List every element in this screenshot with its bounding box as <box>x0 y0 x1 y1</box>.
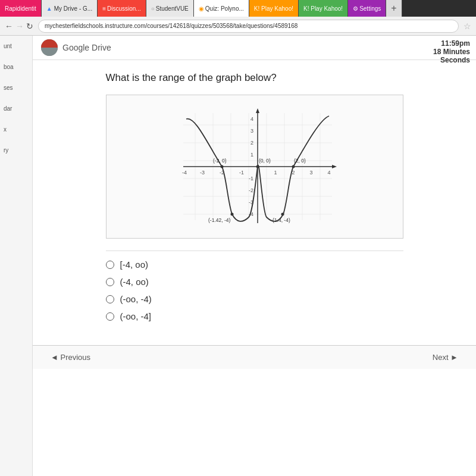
choice-b[interactable]: (-4, oo) <box>106 277 403 287</box>
tab-discussion[interactable]: ≡ Discussion... <box>98 0 146 17</box>
timer-time: 11:59pm <box>433 39 470 48</box>
graph-svg: -4 -3 -2 -1 1 2 3 4 4 3 2 1 -1 <box>171 101 338 232</box>
svg-text:2: 2 <box>250 140 253 146</box>
svg-text:1: 1 <box>274 170 277 176</box>
sidebar-item-dar[interactable]: dar <box>0 104 15 113</box>
svg-text:(-1.42, -4): (-1.42, -4) <box>208 217 230 223</box>
forward-arrow[interactable]: → <box>15 21 24 31</box>
radio-b[interactable] <box>106 278 114 286</box>
tab-rapididentit[interactable]: Rapididentit <box>0 0 42 17</box>
browser-tabs: Rapididentit ▲ My Drive - G... ≡ Discuss… <box>0 0 476 17</box>
quiz-panel: Google Drive 11:59pm 18 Minutes Seconds … <box>33 36 476 476</box>
tab-new[interactable]: + <box>386 0 402 17</box>
svg-text:3: 3 <box>309 170 312 176</box>
graph-container: -4 -3 -2 -1 1 2 3 4 4 3 2 1 -1 <box>106 95 403 239</box>
svg-marker-17 <box>256 108 259 113</box>
tab-kahoot2[interactable]: K! Play Kahoo! <box>299 0 348 17</box>
address-input[interactable] <box>38 20 459 33</box>
tab-kahoot1[interactable]: K! Play Kahoo! <box>249 0 299 17</box>
sidebar-item-x[interactable]: x <box>0 125 10 134</box>
choice-d[interactable]: (-oo, -4] <box>106 311 403 321</box>
svg-point-34 <box>220 165 223 168</box>
left-sidebar: unt boa ses dar x ry <box>0 36 33 476</box>
svg-marker-16 <box>332 165 337 168</box>
choice-c[interactable]: (-oo, -4) <box>106 294 403 304</box>
svg-text:(1.4, -4): (1.4, -4) <box>273 217 290 223</box>
nav-buttons: ◄ Previous Next ► <box>33 345 476 369</box>
timer-minutes: 18 Minutes <box>433 48 470 56</box>
sidebar-item-unt[interactable]: unt <box>0 42 15 51</box>
svg-text:4: 4 <box>327 170 330 176</box>
svg-text:-2: -2 <box>248 187 253 193</box>
choice-c-label: (-oo, -4) <box>120 294 152 304</box>
bookmark-icon[interactable]: ☆ <box>464 21 471 31</box>
svg-text:-4: -4 <box>181 170 186 176</box>
answer-choices: [-4, oo) (-4, oo) (-oo, -4) (-oo, -4] <box>106 250 403 321</box>
timer-seconds: Seconds <box>433 56 470 64</box>
choice-d-label: (-oo, -4] <box>120 311 152 321</box>
radio-a[interactable] <box>106 261 114 269</box>
previous-button[interactable]: ◄ Previous <box>51 353 90 362</box>
tab-mydrive[interactable]: ▲ My Drive - G... <box>42 0 98 17</box>
svg-point-38 <box>292 165 295 168</box>
svg-point-42 <box>281 213 284 216</box>
tab-studentvue[interactable]: ○ StudentVUE <box>146 0 194 17</box>
svg-text:3: 3 <box>250 128 253 134</box>
timer-area: 11:59pm 18 Minutes Seconds <box>433 39 470 64</box>
svg-text:(-2, 0): (-2, 0) <box>213 158 227 164</box>
sidebar-item-boa[interactable]: boa <box>0 62 17 71</box>
svg-text:-1: -1 <box>239 170 243 176</box>
choice-a-label: [-4, oo) <box>120 259 149 270</box>
radio-c[interactable] <box>106 295 114 303</box>
svg-text:-1: -1 <box>248 176 253 181</box>
sidebar-item-ry[interactable]: ry <box>0 146 12 155</box>
next-button[interactable]: Next ► <box>433 353 458 362</box>
nav-arrows: ← → ↻ <box>5 21 33 31</box>
refresh-icon[interactable]: ↻ <box>26 21 33 31</box>
quiz-content: What is the range of the graph below? <box>88 60 421 333</box>
svg-point-40 <box>230 213 233 216</box>
google-drive-label: Google Drive <box>62 43 111 52</box>
address-bar: ← → ↻ ☆ <box>0 17 476 36</box>
radio-d[interactable] <box>106 312 114 321</box>
svg-text:(2, 0): (2, 0) <box>294 158 306 164</box>
choice-b-label: (-4, oo) <box>120 277 149 287</box>
svg-text:(0, 0): (0, 0) <box>259 158 271 164</box>
svg-text:4: 4 <box>250 116 253 122</box>
tab-quiz[interactable]: ◉ Quiz: Polyno... <box>194 0 249 17</box>
back-arrow[interactable]: ← <box>5 21 13 31</box>
quiz-header: Google Drive 11:59pm 18 Minutes Seconds <box>33 36 476 60</box>
question-text: What is the range of the graph below? <box>106 72 403 84</box>
svg-text:1: 1 <box>250 152 253 158</box>
svg-text:-3: -3 <box>199 170 204 176</box>
choice-a[interactable]: [-4, oo) <box>106 259 403 270</box>
svg-point-36 <box>256 165 259 168</box>
sidebar-item-ses[interactable]: ses <box>0 83 17 92</box>
tab-settings[interactable]: ⚙ Settings <box>348 0 386 17</box>
